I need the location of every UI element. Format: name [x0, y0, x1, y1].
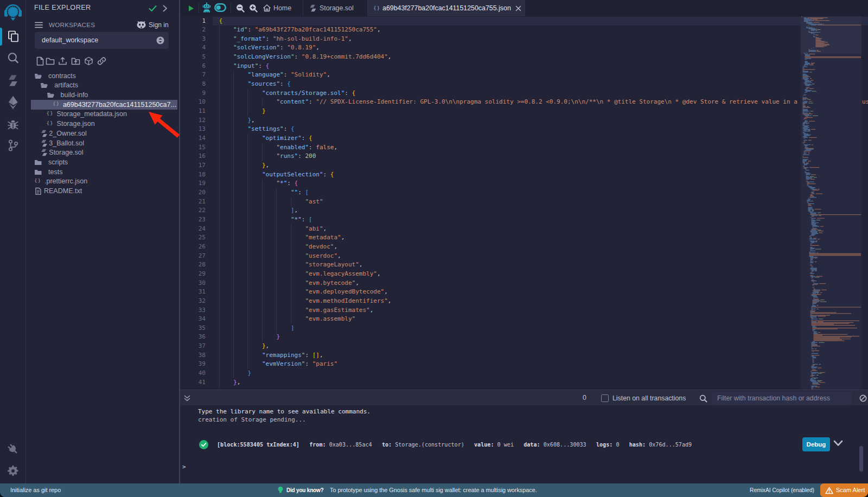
tree-file-3-ballot-sol[interactable]: 3_Ballot.sol	[31, 138, 177, 148]
new-file-button[interactable]	[35, 56, 44, 66]
code-token: ]	[291, 324, 295, 332]
workspace-dropdown[interactable]: default_workspace	[35, 32, 169, 49]
collapse-terminal-icon[interactable]	[183, 394, 191, 402]
braces-icon: {}	[53, 100, 60, 106]
sidebar-item-plugin-manager[interactable]	[0, 443, 26, 456]
tree-file-2-owner-sol[interactable]: 2_Owner.sol	[31, 129, 177, 138]
hamburger-menu-icon[interactable]	[35, 22, 43, 28]
tree-folder-tests[interactable]: tests	[31, 167, 177, 177]
new-folder-button[interactable]	[46, 56, 55, 66]
line-number-4: 4	[180, 43, 206, 53]
tree-item-label: .prettierrc.json	[44, 177, 87, 185]
line-number-8: 8	[180, 80, 206, 89]
sidebar-item-search[interactable]	[0, 52, 26, 65]
sidebar-item-file-explorer[interactable]	[0, 30, 26, 43]
minimap-slider[interactable]	[801, 16, 861, 54]
transaction-filter-input[interactable]	[712, 392, 852, 405]
code-token	[219, 171, 262, 178]
remix-ai-robot-icon[interactable]	[202, 2, 211, 13]
code-line-7: "language": "Solidity",	[219, 71, 868, 80]
scam-alert-badge[interactable]: Scam Alert	[820, 483, 868, 497]
workspace-switch-icon[interactable]	[156, 36, 164, 44]
debug-button[interactable]: Debug	[802, 437, 830, 451]
upload-folder-button[interactable]	[71, 56, 80, 66]
code-token: "settings"	[247, 125, 283, 132]
tree-file-storage-json[interactable]: {}Storage.json	[31, 119, 177, 129]
tree-file-storage-sol[interactable]: Storage.sol	[31, 148, 177, 157]
code-token: :	[280, 80, 287, 87]
code-token: "language"	[247, 71, 283, 78]
code-token: ,	[377, 270, 381, 277]
sidebar-item-git[interactable]	[0, 139, 26, 152]
line-number-39: 39	[180, 360, 206, 369]
terminal-prompt[interactable]: >	[182, 463, 186, 470]
panel-title: FILE EXPLORER	[34, 4, 91, 11]
copilot-status[interactable]: RemixAI Copilot (enabled)	[750, 487, 814, 493]
code-token: 200	[305, 152, 316, 160]
tree-file-a69b43f277ba20fcac141151250ca7-[interactable]: {}a69b43f277ba20fcac141151250ca7...	[31, 100, 177, 110]
code-token: :	[266, 35, 273, 42]
line-number-1: 1	[180, 17, 206, 26]
code-line-33: "evm.gasEstimates",	[219, 306, 868, 315]
code-editor[interactable]: 1234567891011121314151617181920212223242…	[180, 16, 868, 390]
tree-item-label: contracts	[48, 72, 76, 80]
code-token	[219, 279, 305, 286]
code-line-27: "userdoc",	[219, 252, 868, 261]
tree-folder-contracts[interactable]: contracts	[31, 71, 177, 81]
sign-in-button[interactable]: Sign in	[149, 21, 169, 29]
tree-folder-artifacts[interactable]: artifacts	[31, 80, 177, 90]
tree-item-label: tests	[48, 168, 62, 176]
code-token	[219, 44, 234, 51]
link-button[interactable]	[97, 56, 106, 66]
tree-folder-scripts[interactable]: scripts	[31, 157, 177, 167]
code-line-10: "content": "// SPDX-License-Identifier: …	[219, 98, 868, 107]
upload-file-button[interactable]	[58, 56, 67, 66]
code-token	[219, 162, 262, 169]
code-token: }	[233, 379, 237, 386]
code-token: [	[305, 189, 309, 196]
sidebar-item-settings[interactable]	[0, 464, 26, 477]
tree-file--prettierrc-json[interactable]: {}.prettierrc.json	[31, 176, 177, 186]
close-tab-icon[interactable]	[515, 5, 521, 11]
zoom-out-icon[interactable]	[236, 4, 245, 12]
tab-build-info-json[interactable]: {} a69b43f277ba20fcac141151250ca755.json	[368, 0, 525, 16]
code-line-18: "outputSelection": {	[219, 170, 868, 180]
workspace-ok-check-icon	[149, 5, 157, 12]
panel-chevron-right-icon[interactable]	[162, 5, 168, 12]
run-script-icon[interactable]	[188, 5, 195, 12]
git-init-button[interactable]: Initialize as git repo	[10, 487, 61, 493]
transaction-summary[interactable]: [block:5583405 txIndex:4] from: 0xa03...…	[217, 442, 692, 448]
zoom-in-icon[interactable]	[249, 4, 258, 12]
clear-console-icon[interactable]	[859, 394, 867, 402]
code-token	[219, 297, 305, 304]
code-token: "outputSelection"	[262, 171, 323, 178]
tab-home[interactable]: Home	[259, 0, 303, 16]
code-line-8: "sources": {	[219, 80, 868, 89]
minimap[interactable]	[801, 16, 861, 390]
editor-tabbar: Home Storage.sol {} a69b43f277ba20fcac14…	[180, 0, 868, 16]
tab-storage-sol[interactable]: Storage.sol	[303, 0, 362, 16]
sidebar-item-debugger[interactable]	[0, 118, 26, 131]
ipfs-box-button[interactable]	[84, 56, 93, 66]
copilot-toggle-icon[interactable]	[214, 3, 226, 12]
line-number-36: 36	[180, 333, 206, 342]
code-line-2: "id": "a69b43f277ba20fcac141151250ca755"…	[219, 26, 868, 35]
listen-checkbox[interactable]	[601, 394, 609, 402]
code-line-15: "enabled": false,	[219, 143, 868, 152]
expand-tx-chevron-icon[interactable]	[833, 440, 843, 447]
braces-icon: {}	[47, 120, 54, 126]
code-token: ,	[341, 234, 345, 241]
remix-logo[interactable]	[0, 3, 26, 22]
code-token	[219, 379, 234, 386]
folder-icon	[34, 158, 42, 166]
code-token: "ast"	[305, 198, 323, 205]
code-token: :	[295, 53, 302, 60]
code-token: }	[247, 369, 251, 377]
sidebar-item-deploy-run[interactable]	[0, 96, 26, 109]
sidebar-item-solidity-compiler[interactable]	[0, 74, 26, 87]
tree-file-storage-metadata-json[interactable]: {}Storage_metadata.json	[31, 109, 177, 119]
terminal-scrollbar[interactable]	[859, 446, 863, 471]
tree-file-readme-txt[interactable]: README.txt	[31, 186, 177, 196]
code-token: :	[298, 152, 305, 160]
tree-folder-build-info[interactable]: build-info	[31, 90, 177, 100]
